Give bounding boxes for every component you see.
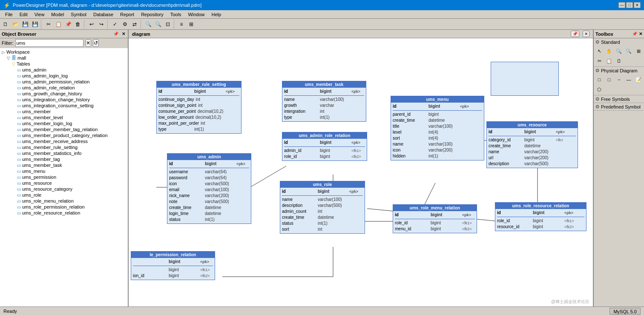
maximize-button[interactable]: □ — [626, 2, 633, 8]
filter-clear-button[interactable]: ✕ — [85, 39, 91, 47]
tree-ums-role-resource-relation[interactable]: ▭ums_role_resource_relation — [1, 210, 127, 216]
diagram-pin-button[interactable]: 📌 — [571, 31, 579, 37]
tb-redo[interactable]: ↪ — [97, 20, 106, 29]
menu-tools[interactable]: Tools — [167, 10, 185, 19]
erd-table-member-task[interactable]: ums_member_task idbigint<pk> namevarchar… — [282, 81, 366, 122]
tree-ums-member-statistics-info[interactable]: ▭ums_member_statistics_info — [1, 150, 127, 156]
diagram-close-button[interactable]: ✕ — [583, 31, 589, 37]
filter-input[interactable] — [15, 39, 83, 47]
tb-open[interactable]: 📂 — [11, 20, 20, 29]
tree-ums-menu[interactable]: ▭ums_menu — [1, 168, 127, 174]
tb-tool-zoom-in[interactable]: 🔍 — [614, 46, 624, 56]
tree-ums-role[interactable]: ▭ums_role — [1, 192, 127, 198]
menu-window[interactable]: Window — [184, 10, 208, 19]
tb-save-all[interactable]: 💾 — [30, 20, 40, 29]
tree-mall[interactable]: ▽ 🗄 mall — [1, 55, 127, 61]
tb-tool-cut2[interactable]: ✂ — [595, 56, 604, 66]
tree-ums-admin-login-log[interactable]: ▭ums_admin_login_log — [1, 73, 127, 79]
erd-row: create_timedatetime — [393, 117, 482, 123]
tree-ums-member-member-tag-relation[interactable]: ▭ums_member_member_tag_relation — [1, 126, 127, 132]
tb-tool-copy2[interactable]: 📋 — [604, 56, 614, 66]
tree-ums-admin-permission-relation[interactable]: ▭ums_admin_permission_relation — [1, 79, 127, 85]
ob-close-button[interactable]: ✕ — [121, 32, 126, 36]
tb-tool-zoom-out[interactable]: 🔍 — [624, 46, 633, 56]
close-button[interactable]: ✕ — [634, 2, 641, 8]
tb-paste[interactable]: 📌 — [63, 20, 73, 29]
menu-repository[interactable]: Repository — [138, 10, 167, 19]
tb-delete[interactable]: 🗑 — [73, 20, 83, 29]
filter-apply-button[interactable]: ↺ — [93, 39, 99, 47]
minimize-button[interactable]: — — [618, 2, 625, 8]
tb-tool-ref[interactable]: → — [614, 75, 624, 84]
erd-table-le-permission-relation[interactable]: le_permission_relation bigint<pk> bigint… — [131, 251, 215, 280]
tree-workspace[interactable]: ▷ Workspace — [1, 49, 127, 55]
tb-undo[interactable]: ↩ — [87, 20, 96, 29]
tree-ums-role-menu-relation[interactable]: ▭ums_role_menu_relation — [1, 198, 127, 204]
tree-ums-admin-role-relation[interactable]: ▭ums_admin_role_relation — [1, 85, 127, 91]
tb-copy[interactable]: 📋 — [54, 20, 63, 29]
tree-ums-admin[interactable]: ▭ums_admin — [1, 67, 127, 73]
tree-ums-role-permission-relation[interactable]: ▭ums_role_permission_relation — [1, 204, 127, 210]
tb-auto[interactable]: ⊞ — [187, 20, 196, 29]
tb-tool-table[interactable]: □ — [595, 75, 604, 84]
tb-save[interactable]: 💾 — [20, 20, 30, 29]
toolbox-section-standard-header[interactable]: ⊙ Standard — [594, 38, 644, 46]
menu-symbol[interactable]: Symbol — [67, 10, 90, 19]
erd-table-role-resource-relation[interactable]: ums_role_resource_relation idbigint<pk> … — [495, 202, 586, 231]
toolbox-pin-button[interactable]: 📌 — [632, 32, 637, 36]
tb-cut[interactable]: ✂ — [44, 20, 53, 29]
tb-check[interactable]: ✓ — [110, 20, 120, 29]
tree-ums-integration-change-history-label: ums_integration_change_history — [22, 97, 90, 102]
diagram-canvas[interactable]: ums_member_rule_setting idbigint<pk> con… — [129, 38, 593, 306]
menu-report[interactable]: Report — [117, 10, 138, 19]
tb-tool-new-doc[interactable]: 🗋 — [614, 56, 624, 66]
tb-generate[interactable]: ⚙ — [120, 20, 129, 29]
tb-new[interactable]: 🗋 — [1, 20, 10, 29]
tb-fit[interactable]: ⊡ — [163, 20, 172, 29]
tree-tables[interactable]: ▽ Tables — [1, 61, 127, 67]
menu-view[interactable]: View — [31, 10, 48, 19]
tree-ums-permission[interactable]: ▭ums_permission — [1, 174, 127, 180]
erd-table-admin-role-relation[interactable]: ums_admin_role_relation idbigint<pk> adm… — [282, 132, 367, 161]
tree-ums-member-level[interactable]: ▭ums_member_level — [1, 115, 127, 120]
tree-ums-resource-category[interactable]: ▭ums_resource_category — [1, 186, 127, 192]
erd-table-role[interactable]: ums_role idbigint<pk> namevarchar(100) d… — [280, 181, 365, 234]
menu-help[interactable]: Help — [208, 10, 225, 19]
tree-ums-member-product-category-relation[interactable]: ▭ums_member_product_category_relation — [1, 132, 127, 138]
tb-tool-pkg[interactable]: ⬡ — [595, 85, 604, 94]
tree-ums-growth-change-history[interactable]: ▭ums_growth_change_history — [1, 91, 127, 97]
toolbox-section-free-symbols-header[interactable]: ⊙ Free Symbols — [594, 95, 644, 103]
tree-ums-member-task[interactable]: ▭ums_member_task — [1, 162, 127, 168]
tb-align[interactable]: ≡ — [177, 20, 186, 29]
menu-model[interactable]: Model — [48, 10, 67, 19]
erd-table-menu[interactable]: ums_menu idbigint<pk> parent_idbigint cr… — [391, 96, 484, 160]
erd-table-admin[interactable]: ums_admin idbigint<pk> usernamevarchar(6… — [167, 153, 251, 224]
tb-tool-hand[interactable]: ✋ — [604, 46, 614, 56]
menu-database[interactable]: Database — [90, 10, 117, 19]
tree-ums-member-login-log[interactable]: ▭ums_member_login_log — [1, 120, 127, 126]
tb-zoom-out[interactable]: 🔍 — [153, 20, 163, 29]
toolbox-close-button[interactable]: ✕ — [639, 32, 642, 36]
tb-tool-link[interactable]: — — [624, 75, 633, 84]
tb-tool-zoom-fit[interactable]: ⊞ — [634, 46, 643, 56]
tree-ums-resource[interactable]: ▭ums_resource — [1, 180, 127, 186]
tb-zoom-in[interactable]: 🔍 — [144, 20, 153, 29]
tb-tool-view[interactable]: □ — [604, 75, 614, 84]
tree-ums-integration-change-history[interactable]: ▭ums_integration_change_history — [1, 97, 127, 103]
erd-table-resource[interactable]: ums_resource idbigint<pk> category_idbig… — [486, 121, 578, 168]
tb-compare[interactable]: ⇄ — [130, 20, 139, 29]
tree-ums-member[interactable]: ▭ums_member — [1, 109, 127, 115]
tree-ums-integration-consume-setting[interactable]: ▭ums_integration_consume_setting — [1, 103, 127, 109]
menu-file[interactable]: File — [2, 10, 16, 19]
tb-tool-note[interactable]: 📝 — [634, 75, 643, 84]
erd-table-role-menu-relation[interactable]: ums_role_menu_relation idbigint<pk> role… — [393, 204, 477, 233]
tree-ums-member-tag[interactable]: ▭ums_member_tag — [1, 156, 127, 162]
tb-tool-select[interactable]: ↖ — [595, 46, 604, 56]
tree-ums-member-rule-setting[interactable]: ▭ums_member_rule_setting — [1, 144, 127, 150]
tree-ums-member-receive-address[interactable]: ▭ums_member_receive_address — [1, 138, 127, 144]
menu-edit[interactable]: Edit — [16, 10, 31, 19]
erd-table-member-rule-setting[interactable]: ums_member_rule_setting idbigint<pk> con… — [156, 81, 242, 134]
ob-pin-button[interactable]: 📌 — [112, 32, 119, 36]
toolbox-section-predefined-symbol-header[interactable]: ⊙ Predefined Symbol — [594, 103, 644, 110]
toolbox-section-physical-diagram-header[interactable]: ⊙ Physical Diagram — [594, 67, 644, 74]
